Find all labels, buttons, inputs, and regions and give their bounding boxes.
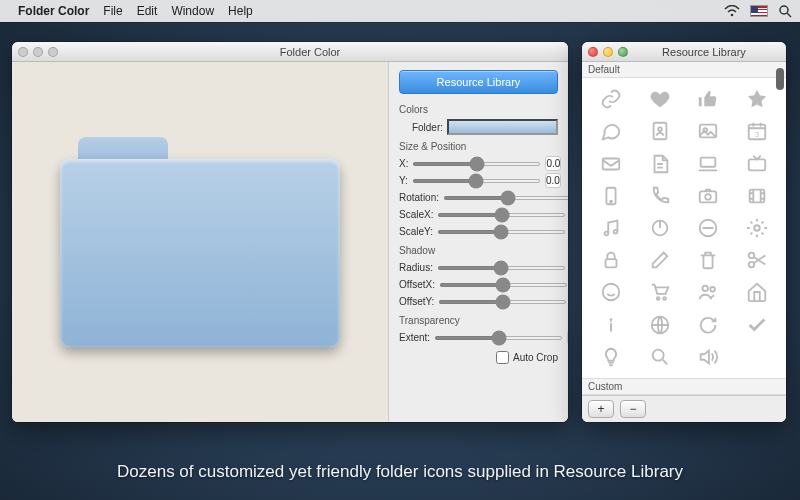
scaley-slider[interactable]	[437, 230, 566, 234]
menu-file[interactable]: File	[103, 4, 122, 18]
phone-icon[interactable]	[588, 181, 635, 211]
resource-window: Resource Library Default 3	[582, 42, 786, 422]
section-colors: Colors	[399, 104, 558, 115]
gear-icon[interactable]	[734, 213, 781, 243]
globe-icon[interactable]	[637, 310, 684, 340]
menu-help[interactable]: Help	[228, 4, 253, 18]
lock-icon[interactable]	[588, 245, 635, 275]
svg-rect-10	[701, 157, 716, 166]
link-icon[interactable]	[588, 84, 635, 114]
no-entry-icon[interactable]	[685, 213, 732, 243]
extent-slider[interactable]	[434, 336, 563, 340]
svg-rect-22	[606, 259, 617, 267]
spotlight-icon[interactable]	[778, 4, 792, 18]
menu-edit[interactable]: Edit	[137, 4, 158, 18]
scalex-label: ScaleX:	[399, 209, 433, 220]
extent-value[interactable]: 1.0	[567, 330, 568, 345]
auto-crop-label: Auto Crop	[513, 352, 558, 363]
add-resource-button[interactable]: +	[588, 400, 614, 418]
y-slider[interactable]	[412, 179, 541, 183]
camera-icon[interactable]	[685, 181, 732, 211]
custom-section-label: Custom	[582, 378, 786, 395]
rotation-slider[interactable]	[443, 196, 568, 200]
svg-line-2	[787, 13, 791, 17]
contacts-icon[interactable]	[637, 116, 684, 146]
svg-point-24	[749, 262, 755, 268]
inspector-panel: Resource Library Colors Folder: Size & P…	[388, 62, 568, 422]
offsetx-slider[interactable]	[439, 283, 568, 287]
input-flag-icon[interactable]	[750, 5, 768, 17]
bulb-icon[interactable]	[588, 342, 635, 372]
icon-grid: 3	[582, 78, 786, 378]
speaker-icon[interactable]	[685, 342, 732, 372]
users-icon[interactable]	[685, 277, 732, 307]
refresh-icon[interactable]	[685, 310, 732, 340]
folder-color-well[interactable]	[447, 119, 558, 135]
y-label: Y:	[399, 175, 408, 186]
close-button[interactable]	[18, 47, 28, 57]
power-icon[interactable]	[637, 213, 684, 243]
photo-icon[interactable]	[685, 116, 732, 146]
radius-slider[interactable]	[437, 266, 566, 270]
resource-minimize-button[interactable]	[603, 47, 613, 57]
star-icon[interactable]	[734, 84, 781, 114]
edit-icon[interactable]	[637, 245, 684, 275]
remove-resource-button[interactable]: −	[620, 400, 646, 418]
trash-icon[interactable]	[685, 245, 732, 275]
note-icon[interactable]	[637, 148, 684, 178]
film-icon[interactable]	[734, 181, 781, 211]
cart-icon[interactable]	[637, 277, 684, 307]
section-transparency: Transparency	[399, 315, 558, 326]
svg-point-0	[731, 14, 734, 17]
tv-icon[interactable]	[734, 148, 781, 178]
wifi-icon[interactable]	[724, 5, 740, 17]
offsetx-label: OffsetX:	[399, 279, 435, 290]
laptop-icon[interactable]	[685, 148, 732, 178]
svg-point-4	[658, 128, 662, 132]
radius-label: Radius:	[399, 262, 433, 273]
resource-zoom-button[interactable]	[618, 47, 628, 57]
menu-window[interactable]: Window	[171, 4, 214, 18]
main-titlebar: Folder Color	[12, 42, 568, 62]
menu-app[interactable]: Folder Color	[18, 4, 89, 18]
svg-point-21	[754, 225, 760, 231]
main-window-title: Folder Color	[58, 46, 562, 58]
resource-scrollbar[interactable]	[776, 64, 784, 392]
x-slider[interactable]	[412, 162, 541, 166]
resource-library-button[interactable]: Resource Library	[399, 70, 558, 94]
folder-canvas[interactable]	[12, 62, 388, 422]
section-sizepos: Size & Position	[399, 141, 558, 152]
svg-point-34	[652, 350, 663, 361]
check-icon[interactable]	[734, 310, 781, 340]
scalex-slider[interactable]	[437, 213, 566, 217]
chat-icon[interactable]	[588, 116, 635, 146]
minimize-button[interactable]	[33, 47, 43, 57]
call-icon[interactable]	[637, 181, 684, 211]
svg-point-17	[605, 232, 609, 236]
info-icon[interactable]	[588, 310, 635, 340]
svg-point-27	[663, 297, 666, 300]
resource-close-button[interactable]	[588, 47, 598, 57]
offsety-slider[interactable]	[438, 300, 567, 304]
svg-point-15	[706, 194, 712, 200]
svg-point-23	[749, 253, 755, 258]
home-icon[interactable]	[734, 277, 781, 307]
folder-preview	[60, 137, 340, 347]
scaley-label: ScaleY:	[399, 226, 433, 237]
marketing-caption: Dozens of customized yet friendly folder…	[0, 462, 800, 482]
heart-icon[interactable]	[637, 84, 684, 114]
x-value[interactable]: 0.0	[545, 156, 561, 171]
svg-rect-32	[610, 323, 612, 331]
auto-crop-checkbox[interactable]	[496, 351, 509, 364]
scissors-icon[interactable]	[734, 245, 781, 275]
smile-icon[interactable]	[588, 277, 635, 307]
mail-icon[interactable]	[588, 148, 635, 178]
y-value[interactable]: 0.0	[545, 173, 561, 188]
rotation-label: Rotation:	[399, 192, 439, 203]
thumbs-up-icon[interactable]	[685, 84, 732, 114]
calendar-icon[interactable]: 3	[734, 116, 781, 146]
music-icon[interactable]	[588, 213, 635, 243]
zoom-button[interactable]	[48, 47, 58, 57]
search-icon[interactable]	[637, 342, 684, 372]
menu-bar: Folder Color File Edit Window Help	[0, 0, 800, 22]
